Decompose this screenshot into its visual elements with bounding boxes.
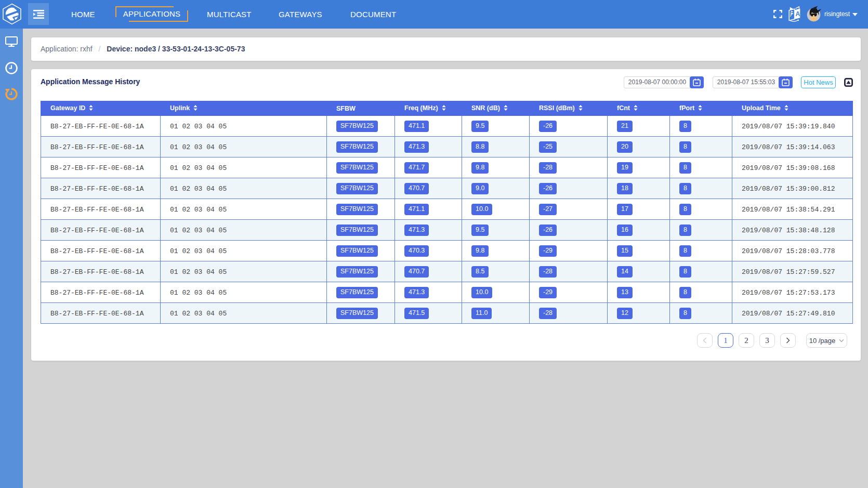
- svg-text:A: A: [795, 10, 800, 18]
